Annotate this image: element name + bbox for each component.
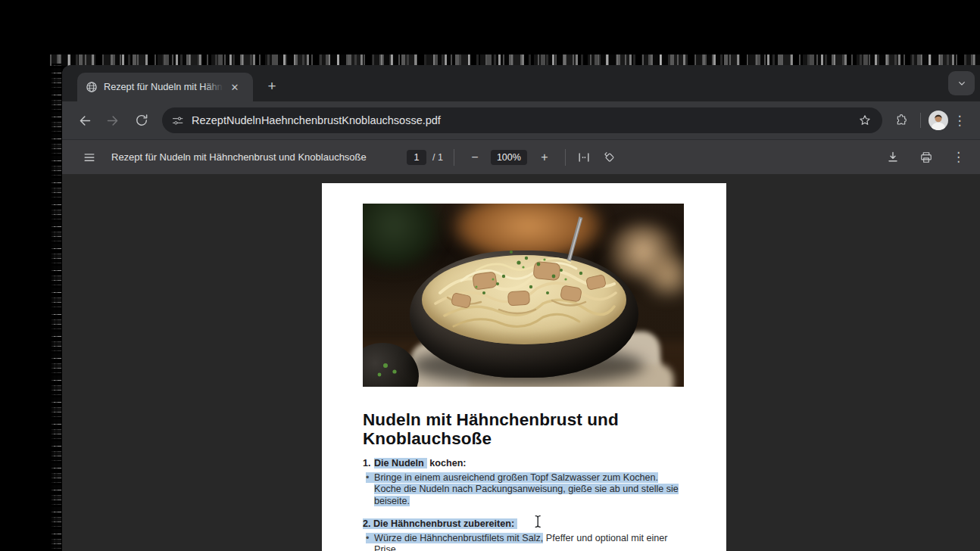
download-button[interactable]	[885, 150, 900, 165]
pdf-toolbar-divider	[565, 149, 566, 166]
page-count-label: / 1	[432, 152, 443, 163]
pdf-toolbar: Rezept für Nudeln mit Hähnchenbrust und …	[62, 139, 980, 174]
step-2-bullets: • Würze die Hähnchenbrustfilets mit Salz…	[363, 533, 684, 551]
browser-toolbar: RezeptNudelnHaehnchenbrustKnoblauchsosse…	[62, 101, 980, 139]
bullet-line: • Bringe in einem ausreichend großen Top…	[363, 472, 684, 484]
selected-text: Koche die Nudeln nach Packungsanweisung,…	[374, 484, 679, 494]
bullet-line: beiseite.	[363, 496, 684, 508]
url-text[interactable]: RezeptNudelnHaehnchenbrustKnoblauchsosse…	[192, 114, 855, 126]
browser-menu-button[interactable]: ⋮	[948, 109, 971, 132]
pdf-toolbar-divider	[454, 149, 454, 166]
selected-text: beiseite.	[374, 496, 410, 506]
step-2-title: 2. Die Hähnchenbrust zubereiten:	[363, 518, 684, 531]
print-button[interactable]	[919, 150, 934, 165]
bookmark-button[interactable]	[855, 111, 875, 130]
screenshot-stage: Rezept für Nudeln mit Hähn ✕ +	[0, 0, 980, 551]
selected-text: Die Nudeln	[374, 458, 427, 469]
tab-title: Rezept für Nudeln mit Hähn	[104, 81, 223, 93]
pdf-page-zoom-controls: 1 / 1 − 100% +	[407, 140, 617, 174]
site-settings-icon[interactable]	[171, 114, 184, 127]
tab-active[interactable]: Rezept für Nudeln mit Hähn ✕	[77, 73, 253, 101]
pdf-menu-hamburger-icon[interactable]	[82, 150, 97, 165]
bullet-glyph: •	[366, 472, 369, 484]
photo-pasta-detail	[363, 204, 684, 387]
extensions-button[interactable]	[890, 109, 913, 132]
kebab-menu-icon: ⋮	[953, 113, 966, 129]
window-edge-dither-top	[50, 54, 980, 66]
recipe-heading: Nudeln mit Hähnchenbrust und Knoblauchso…	[363, 410, 658, 448]
tab-close-icon[interactable]: ✕	[228, 80, 242, 94]
tab-strip: Rezept für Nudeln mit Hähn ✕ +	[62, 65, 980, 101]
step-number: 1.	[363, 458, 374, 470]
step-1-bullets: • Bringe in einem ausreichend großen Top…	[363, 472, 684, 508]
step-title-text: kochen:	[429, 458, 466, 469]
fit-to-width-button[interactable]	[576, 150, 591, 165]
step-1-title: 1.Die Nudeln kochen:	[363, 458, 684, 470]
selected-text: Würze die Hähnchenbrustfilets mit Salz,	[366, 533, 543, 543]
bullet-line: Koche die Nudeln nach Packungsanweisung,…	[363, 484, 684, 496]
pdf-document-title: Rezept für Nudeln mit Hähnchenbrust und …	[111, 151, 367, 163]
bullet-line: • Würze die Hähnchenbrustfilets mit Salz…	[363, 533, 684, 551]
reload-button[interactable]	[130, 109, 153, 132]
pdf-more-options-button[interactable]: ⋮	[952, 149, 965, 165]
avatar-photo	[929, 111, 948, 130]
tab-search-button[interactable]	[948, 71, 975, 95]
forward-arrow-icon	[105, 113, 121, 129]
toolbar-divider	[920, 113, 921, 128]
zoom-level-value[interactable]: 100%	[491, 150, 527, 165]
extensions-puzzle-icon	[894, 113, 909, 128]
zoom-in-button[interactable]: +	[535, 151, 554, 164]
selected-text: 2. Die Hähnchenbrust zubereiten:	[363, 518, 517, 529]
window-edge-dither-left	[51, 64, 61, 551]
back-arrow-icon	[76, 113, 92, 129]
recipe-photo	[363, 204, 684, 387]
text-cursor-ibeam	[533, 515, 543, 528]
new-tab-button[interactable]: +	[262, 76, 282, 96]
browser-window: Rezept für Nudeln mit Hähn ✕ +	[62, 65, 980, 551]
address-bar[interactable]: RezeptNudelnHaehnchenbrustKnoblauchsosse…	[162, 107, 882, 133]
page-number-input[interactable]: 1	[407, 150, 426, 165]
selected-text: Bringe in einem ausreichend großen Topf …	[366, 472, 658, 483]
bookmark-star-icon	[857, 113, 872, 128]
pdf-action-buttons: ⋮	[885, 140, 965, 174]
chevron-down-icon	[956, 77, 968, 89]
reload-icon	[134, 113, 149, 128]
pdf-viewer[interactable]: Nudeln mit Hähnchenbrust und Knoblauchso…	[62, 174, 980, 551]
rotate-button[interactable]	[602, 150, 617, 165]
bullet-glyph: •	[366, 533, 369, 545]
zoom-out-button[interactable]: −	[465, 151, 485, 164]
globe-favicon-icon	[86, 81, 98, 93]
pdf-page[interactable]: Nudeln mit Hähnchenbrust und Knoblauchso…	[322, 183, 726, 551]
profile-avatar[interactable]	[929, 111, 948, 130]
back-button[interactable]	[73, 109, 95, 132]
forward-button[interactable]	[101, 109, 124, 132]
